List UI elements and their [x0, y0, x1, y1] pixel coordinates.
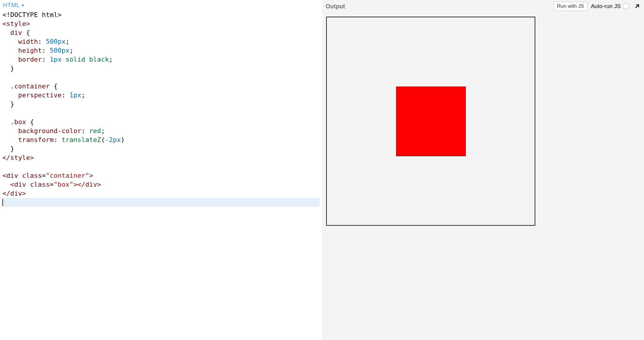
code-line[interactable]: height: 500px; [2, 46, 320, 55]
code-editor[interactable]: <!DOCTYPE html><style> div { width: 500p… [0, 10, 322, 340]
code-line[interactable]: border: 1px solid black; [2, 55, 320, 64]
autorun-label: Auto-run JS [591, 3, 621, 10]
code-line[interactable]: </div> [2, 189, 320, 198]
output-pane: Output Run with JS Auto-run JS [322, 0, 644, 340]
text-cursor [2, 199, 3, 206]
output-body [322, 13, 644, 340]
code-line[interactable]: </style> [2, 153, 320, 162]
language-selector[interactable]: HTML [3, 2, 20, 9]
code-line[interactable]: } [2, 100, 320, 109]
code-line[interactable] [2, 73, 320, 82]
svg-line-0 [636, 5, 639, 8]
code-line[interactable]: .container { [2, 82, 320, 91]
code-line[interactable]: <div class="container"> [2, 171, 320, 180]
code-line[interactable]: } [2, 64, 320, 73]
app-root: HTML ▼ <!DOCTYPE html><style> div { widt… [0, 0, 644, 340]
autorun-toggle[interactable]: Auto-run JS [591, 3, 629, 10]
autorun-checkbox[interactable] [623, 4, 629, 9]
chevron-down-icon[interactable]: ▼ [21, 3, 25, 7]
output-label: Output [326, 3, 345, 10]
expand-icon[interactable] [634, 3, 640, 10]
rendered-box [396, 87, 466, 156]
code-line[interactable]: width: 500px; [2, 37, 320, 46]
output-header: Output Run with JS Auto-run JS [322, 0, 644, 13]
run-with-js-button[interactable]: Run with JS [554, 2, 587, 11]
code-line[interactable] [2, 162, 320, 171]
code-line[interactable]: transform: translateZ(-2px) [2, 135, 320, 144]
editor-pane: HTML ▼ <!DOCTYPE html><style> div { widt… [0, 0, 322, 340]
code-line-active[interactable] [2, 198, 320, 207]
code-line[interactable]: background-color: red; [2, 127, 320, 135]
code-line[interactable]: <!DOCTYPE html> [2, 10, 320, 19]
editor-header: HTML ▼ [0, 0, 322, 10]
code-line[interactable] [2, 109, 320, 118]
code-line[interactable]: .box { [2, 118, 320, 127]
code-line[interactable]: perspective: 1px; [2, 91, 320, 100]
code-line[interactable]: } [2, 144, 320, 153]
code-line[interactable]: <style> [2, 19, 320, 28]
code-line[interactable]: <div class="box"></div> [2, 180, 320, 189]
rendered-container [326, 17, 535, 226]
code-line[interactable]: div { [2, 28, 320, 37]
